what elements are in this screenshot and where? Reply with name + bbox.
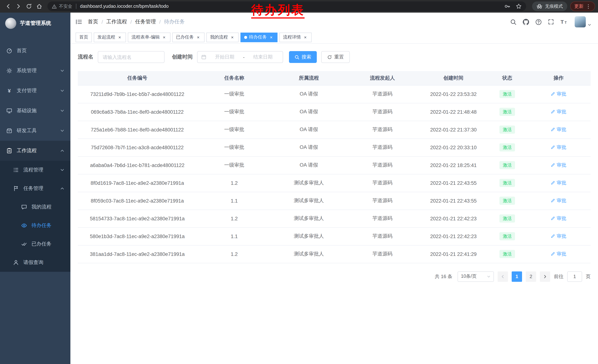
sidebar-item-dev-tools[interactable]: 研发工具 [0,121,70,141]
security-label: 不安全 [59,3,72,9]
cell-action: 审批 [526,227,590,245]
approve-link[interactable]: 审批 [551,233,566,240]
browser-back-button[interactable] [3,1,13,11]
cell-created: 2022-01-22 21:37:30 [419,121,488,138]
sidebar-item-done-tasks[interactable]: 已办任务 [0,235,70,253]
status-badge: 激活 [499,90,515,98]
tab-done-tasks[interactable]: 已办任务 × [172,32,205,42]
sidebar-item-leave-query[interactable]: 请假查询 [0,253,70,272]
search-button[interactable]: 搜索 [289,51,317,63]
range-separator: - [243,54,245,60]
page-button-1[interactable]: 1 [512,271,522,282]
sidebar-item-task-management[interactable]: 任务管理 [0,179,70,198]
cell-task-name: 一级审批 [197,138,272,156]
pagination: 共 16 条 10条/页 1 2 前往 页 [70,263,598,282]
font-size-icon[interactable]: TT [560,19,568,25]
breadcrumb-separator: / [130,19,132,25]
app-logo-row[interactable]: 芋道管理系统 [0,13,70,34]
omnibox-divider [76,4,76,9]
breadcrumb-separator: / [101,19,103,25]
browser-forward-button[interactable] [13,1,24,11]
tab-home[interactable]: 首页 [75,32,92,42]
close-icon[interactable]: × [303,35,308,40]
fullscreen-icon[interactable] [548,19,554,25]
approve-link[interactable]: 审批 [551,144,566,151]
close-icon[interactable]: × [117,35,122,40]
tasks-table: 任务编号 任务名称 所属流程 流程发起人 创建时间 状态 操作 73211d9d… [78,71,590,263]
sidebar-item-system-management[interactable]: 系统管理 [0,61,70,81]
reset-button[interactable]: 重置 [321,51,350,63]
col-status: 状态 [488,71,526,85]
cell-initiator: 芋道源码 [346,103,419,121]
close-icon[interactable]: × [269,35,274,40]
not-secure-warning-icon [52,4,57,9]
cell-process: OA 请假 [272,138,346,156]
approve-link[interactable]: 审批 [551,108,566,115]
sidebar-item-infrastructure[interactable]: 基础设施 [0,101,70,121]
password-key-icon[interactable] [504,3,510,9]
approve-link[interactable]: 审批 [551,126,566,133]
table-row: 381aa1dd-7ac8-11ec-a9e2-a2380e71991a 1.2… [78,245,590,263]
cell-action: 审批 [526,156,590,174]
approve-link[interactable]: 审批 [551,180,566,186]
screen-root: 不安全 dashboard.yudao.iocoder.cn/bpm/task/… [0,0,598,364]
breadcrumb-task-management[interactable]: 任务管理 [135,18,156,25]
cell-initiator: 芋道源码 [346,138,419,156]
update-button[interactable]: 更新 ⋮ [570,1,595,11]
sidebar-item-home[interactable]: 首页 [0,41,70,61]
cell-initiator: 芋道源码 [346,245,419,263]
cell-status: 激活 [488,210,526,227]
sidebar-item-payment-management[interactable]: ¥ 支付管理 [0,81,70,101]
page-button-2[interactable]: 2 [526,271,536,282]
approve-link[interactable]: 审批 [551,215,566,222]
sidebar-item-process-management[interactable]: 流程管理 [0,161,70,179]
close-icon[interactable]: × [230,35,235,40]
browser-home-button[interactable] [34,1,44,11]
chevron-down-icon [60,68,65,73]
browser-reload-button[interactable] [24,1,34,11]
sidebar-item-workflow[interactable]: 工作流程 [0,141,70,161]
tab-label: 首页 [79,34,88,40]
list-icon [13,167,19,173]
tab-initiate-process[interactable]: 发起流程 × [94,32,126,42]
goto-page-input[interactable] [567,271,582,282]
next-page-button[interactable] [540,271,550,282]
github-icon[interactable] [523,19,529,25]
page-size-select[interactable]: 10条/页 [457,271,494,282]
user-menu[interactable] [575,16,591,27]
cell-created: 2022-01-22 20:33:10 [419,138,488,156]
prev-page-button[interactable] [498,271,508,282]
browser-menu-kebab-icon[interactable]: ⋮ [586,4,591,9]
close-icon[interactable]: × [162,35,167,40]
sidebar-item-my-processes[interactable]: 我的流程 [0,198,70,216]
user-avatar [575,16,586,27]
breadcrumb-current: 待办任务 [164,18,185,25]
filter-bar: 流程名 创建时间 开始日期 - 结束日期 搜索 重置 [70,44,598,63]
cell-process: 测试多审批人 [272,210,346,227]
sidebar-item-todo-tasks[interactable]: 待办任务 [0,216,70,235]
approve-link[interactable]: 审批 [551,197,566,204]
breadcrumb-home[interactable]: 首页 [88,18,98,25]
approve-link[interactable]: 审批 [551,251,566,257]
process-name-input[interactable] [98,51,165,63]
search-icon[interactable] [510,19,516,25]
tab-process-form-edit[interactable]: 流程表单-编辑 × [128,32,170,42]
table-row: 580e1b3d-7ac8-11ec-a9e2-a2380e71991a 1.1… [78,227,590,245]
tab-process-detail[interactable]: 流程详情 × [279,32,312,42]
svg-text:T: T [565,21,567,24]
date-range-picker[interactable]: 开始日期 - 结束日期 [197,51,283,63]
approve-link[interactable]: 审批 [551,162,566,169]
cell-process: 测试多审批人 [272,227,346,245]
tab-my-processes[interactable]: 我的流程 × [206,32,239,42]
cell-status: 激活 [488,103,526,121]
help-icon[interactable] [535,19,542,25]
close-icon[interactable]: × [196,35,201,40]
sidebar-collapse-icon[interactable] [75,19,82,25]
status-badge: 激活 [499,232,515,241]
cell-status: 激活 [488,192,526,210]
breadcrumb-workflow[interactable]: 工作流程 [106,18,127,25]
bookmark-star-icon[interactable] [516,3,522,9]
approve-link[interactable]: 审批 [551,91,566,97]
tab-todo-tasks[interactable]: 待办任务 × [241,32,277,42]
app-title: 芋道管理系统 [20,20,51,27]
